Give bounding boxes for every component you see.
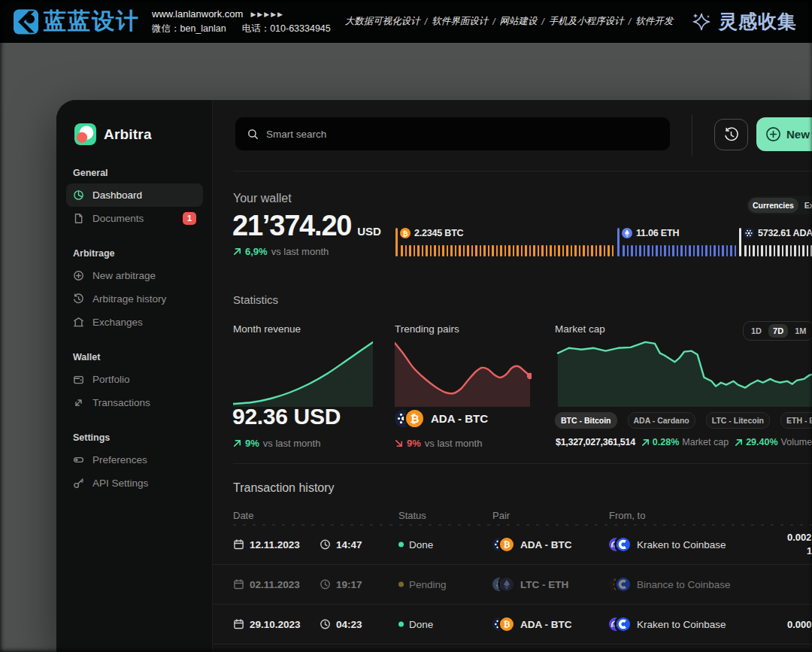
site-nav-item[interactable]: 手机及小程序设计 (549, 15, 624, 28)
wallet-tab-exchanges[interactable]: Exchanges (800, 198, 812, 213)
search-icon (247, 129, 259, 140)
transaction-row[interactable]: 02.11.202319:17PendingŁLTC - ETHBinance … (213, 565, 812, 605)
col-header-pair: Pair (492, 510, 510, 521)
pair-pill-btc[interactable]: BTC - Bitcoin (555, 412, 617, 429)
site-nav-item[interactable]: 软件界面设计 (432, 15, 488, 28)
sidebar-item-label: Transactions (92, 397, 150, 408)
site-header: 蓝蓝设计 www.lanlanwork.com ▶▶▶▶▶ 微信：ben_lan… (0, 0, 812, 43)
sidebar-item-label: API Settings (92, 478, 148, 489)
site-nav: 大数据可视化设计/软件界面设计/网站建设/手机及小程序设计/软件开发 (345, 15, 673, 28)
topbar-divider (692, 114, 692, 156)
market-cap-chart (555, 341, 812, 407)
sidebar-section-label: General (73, 168, 203, 178)
holding-label: 11.06 ETH (622, 228, 679, 238)
transaction-row[interactable]: 12.11.202314:47Done₿ADA - BTCKraken to C… (213, 525, 812, 565)
coinbase-coin-icon (617, 617, 630, 631)
history-button[interactable] (714, 119, 748, 150)
search-bar (235, 117, 670, 150)
tx-amount: 0.0000 (787, 619, 812, 630)
wallet-balance: 21’374.20 USD (232, 211, 381, 240)
site-nav-item[interactable]: 软件开发 (635, 15, 673, 28)
svg-text:₿: ₿ (402, 230, 408, 238)
new-arbitrage-button[interactable]: New arbitrage (756, 117, 812, 151)
wallet-holdings: ₿2.2345 BTC11.06 ETH5732.61 ADA (395, 228, 812, 256)
tx-amount-line2: 1 (807, 545, 812, 556)
holding-amount: 2.2345 BTC (414, 228, 463, 238)
holding-marker (739, 228, 741, 256)
trending-pairs-delta-pct: 9% (407, 438, 421, 449)
sidebar-item-new-arbitrage[interactable]: New arbitrage (66, 264, 203, 287)
transaction-row[interactable]: 29.10.202304:23Done₿ADA - BTCKraken to C… (213, 605, 812, 644)
sidebar: Arbitra GeneralDashboardDocuments1Arbitr… (56, 100, 213, 652)
wallet-tab-currencies[interactable]: Currencies (748, 198, 798, 213)
sidebar-item-portfolio[interactable]: Portfolio (66, 368, 203, 391)
sidebar-item-arbitrage-history[interactable]: Arbitrage history (66, 287, 203, 311)
trending-pairs-delta-suffix: vs last month (425, 438, 483, 449)
trending-pair: ₿ ADA - BTC (395, 410, 488, 427)
api-icon (73, 478, 84, 489)
month-revenue-chart (233, 341, 373, 407)
market-cap-pairs: BTC - BitcoinADA - CardanoLTC - Litecoin… (555, 412, 812, 429)
pair-icons: ₿ (395, 410, 423, 427)
calendar-icon (233, 619, 244, 630)
sidebar-item-preferences[interactable]: Preferences (66, 448, 203, 472)
site-nav-item[interactable]: 大数据可视化设计 (345, 15, 420, 28)
search-input[interactable] (266, 129, 658, 140)
range-tab-7d[interactable]: 7D (768, 324, 788, 338)
site-nav-item[interactable]: 网站建设 (499, 15, 537, 28)
sidebar-section-label: Settings (73, 432, 203, 443)
arrows-decoration: ▶▶▶▶▶ (250, 10, 284, 20)
holding-bars (744, 245, 812, 256)
tx-status: Done (409, 619, 433, 630)
exchange-icon (73, 317, 84, 328)
btc-coin-icon: ₿ (406, 410, 423, 427)
ethdark-coin-icon (500, 578, 514, 591)
balance-value: 21’374.20 (232, 211, 351, 240)
sidebar-item-transactions[interactable]: Transactions (66, 391, 203, 414)
volume-delta-label: Volume (24h) (781, 437, 812, 447)
holding-ada: 5732.61 ADA (739, 228, 812, 256)
sidebar-item-label: Arbitrage history (92, 293, 166, 305)
tx-time: 19:17 (336, 579, 362, 590)
tx-date: 02.11.2023 (250, 579, 300, 590)
arbitra-logo-icon (74, 123, 96, 145)
market-cap-stats: $1,327,027,361,514 0.28% Market cap 29.4… (556, 437, 812, 447)
dashboard-panel: Arbitra GeneralDashboardDocuments1Arbitr… (56, 100, 812, 652)
inspiration-name: 灵感收集 (719, 9, 797, 34)
main-area: New arbitrage Your wallet CurrenciesExch… (213, 100, 812, 652)
app-brand[interactable]: Arbitra (74, 123, 152, 145)
month-revenue-delta: 9% vs last month (233, 438, 320, 449)
tx-time: 04:23 (336, 619, 362, 630)
document-icon (73, 213, 84, 224)
nav-separator: / (492, 17, 495, 27)
range-tab-1m[interactable]: 1M (790, 324, 810, 338)
sidebar-item-exchanges[interactable]: Exchanges (66, 311, 203, 334)
range-tab-1d[interactable]: 1D (747, 324, 766, 338)
page: 蓝蓝设计 www.lanlanwork.com ▶▶▶▶▶ 微信：ben_lan… (0, 0, 812, 652)
status-dot (398, 582, 404, 587)
holding-eth: 11.06 ETH (617, 228, 739, 256)
sidebar-item-label: Preferences (92, 454, 147, 465)
trending-pairs-title: Trending pairs (395, 323, 459, 335)
site-brand[interactable]: 蓝蓝设计 (14, 6, 140, 37)
tx-route: Binance to Coinbase (637, 579, 731, 590)
history-icon (73, 293, 84, 305)
month-revenue-delta-pct: 9% (245, 438, 259, 449)
clock-icon (320, 539, 331, 550)
pair-pill-ada[interactable]: ADA - Cardano (628, 412, 695, 429)
site-url[interactable]: www.lanlanwork.com (152, 8, 243, 22)
sidebar-item-documents[interactable]: Documents1 (66, 207, 203, 230)
nav-separator: / (541, 17, 544, 27)
sidebar-item-api-settings[interactable]: API Settings (66, 472, 203, 495)
col-header-date: Date (233, 510, 253, 521)
new-arbitrage-label: New arbitrage (786, 128, 812, 141)
month-revenue-delta-suffix: vs last month (263, 438, 321, 449)
wallet-delta: 6,9% vs last month (233, 246, 329, 257)
pair-pill-ltc[interactable]: LTC - Litecoin (706, 412, 770, 429)
pair-pill-eth[interactable]: ETH - Ethereum (780, 412, 812, 429)
inspiration-brand[interactable]: 灵感收集 (690, 9, 797, 34)
holding-label: ₿2.2345 BTC (400, 228, 463, 238)
tx-date: 12.11.2023 (250, 539, 300, 550)
holding-marker (617, 228, 620, 256)
sidebar-item-dashboard[interactable]: Dashboard (66, 183, 203, 207)
